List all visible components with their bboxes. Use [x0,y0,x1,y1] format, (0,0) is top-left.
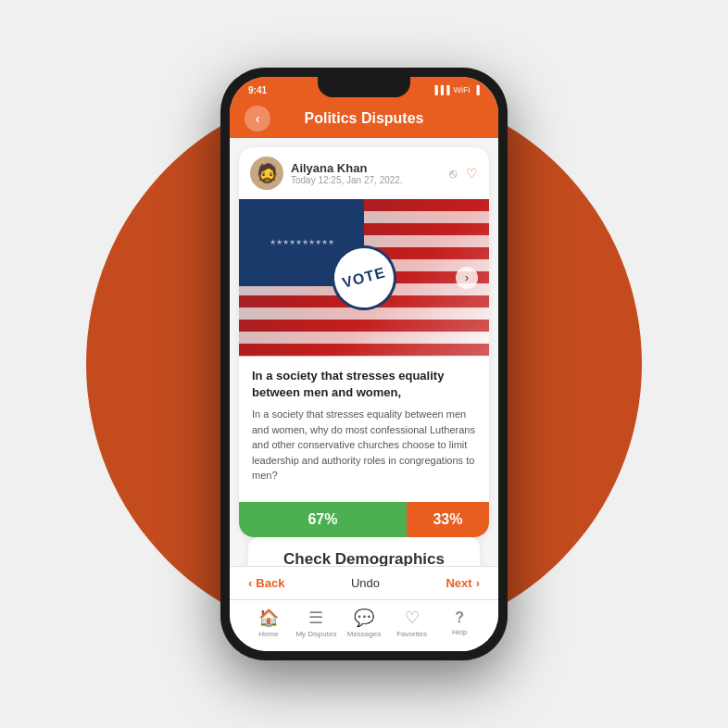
disputes-label: My Disputes [295,630,336,638]
content-area: 🧔 Ailyana Khan Today 12:25, Jan 27, 2022… [230,138,498,566]
app-header: ‹ Politics Disputes [230,103,498,138]
messages-label: Messages [347,630,381,638]
status-icons: ▐▐▐ WiFi ▐ [432,85,480,94]
user-details: Ailyana Khan Today 12:25, Jan 27, 2022. [291,161,403,185]
vote-text: VOTE [341,264,388,292]
phone-device: 9:41 ▐▐▐ WiFi ▐ ‹ Politics Disputes 🧔 [220,68,508,660]
heart-icon[interactable]: ♡ [466,166,478,181]
status-time: 9:41 [248,85,267,95]
user-actions: ⎋ ♡ [449,166,478,181]
post-card: 🧔 Ailyana Khan Today 12:25, Jan 27, 2022… [239,147,489,537]
signal-icon: ▐▐▐ [432,85,449,94]
help-label: Help [452,628,467,636]
home-icon: 🏠 [258,608,279,628]
check-demographics-button[interactable]: Check Demographics [248,537,480,566]
check-demographics-label: Check Demographics [283,550,445,566]
question-area: In a society that stresses equality betw… [239,357,489,495]
user-info-row: 🧔 Ailyana Khan Today 12:25, Jan 27, 2022… [239,147,489,199]
nav-messages[interactable]: 💬 Messages [340,608,388,638]
post-image: ★★★★★★★★★★ VOTE › [239,199,489,357]
disputes-icon: ☰ [308,608,323,628]
avatar: 🧔 [250,157,283,190]
stars-decoration: ★★★★★★★★★★ [270,238,334,246]
phone-screen: 9:41 ▐▐▐ WiFi ▐ ‹ Politics Disputes 🧔 [230,77,498,651]
user-date: Today 12:25, Jan 27, 2022. [291,175,403,185]
user-left: 🧔 Ailyana Khan Today 12:25, Jan 27, 2022… [250,157,403,190]
image-next-button[interactable]: › [456,267,478,289]
vote-no-bar[interactable]: 33% [407,502,489,537]
undo-button[interactable]: Undo [351,576,380,590]
nav-disputes[interactable]: ☰ My Disputes [293,608,341,638]
favorites-label: Favorites [396,630,427,638]
nav-home[interactable]: 🏠 Home [245,608,293,638]
bottom-navigation: 🏠 Home ☰ My Disputes 💬 Messages ♡ Favori… [230,599,498,651]
favorites-icon: ♡ [405,608,420,628]
share-icon[interactable]: ⎋ [449,166,457,181]
help-icon: ? [455,609,464,626]
undo-label: Undo [351,576,380,590]
phone-notch [318,77,410,97]
next-action-button[interactable]: Next › [446,576,480,590]
wifi-icon: WiFi [454,85,471,94]
nav-help[interactable]: ? Help [435,609,483,636]
nav-favorites[interactable]: ♡ Favorites [388,608,436,638]
user-name: Ailyana Khan [291,161,403,175]
next-chevron-icon: › [476,576,480,590]
vote-bars: 67% 33% [239,502,489,537]
question-body: In a society that stresses equality betw… [252,407,476,483]
back-button[interactable]: ‹ [245,106,270,132]
page-title: Politics Disputes [305,110,424,127]
back-action-button[interactable]: ‹ Back [248,576,284,590]
next-action-label: Next [446,576,471,590]
question-title: In a society that stresses equality betw… [252,368,476,401]
action-bar: ‹ Back Undo Next › [230,566,498,599]
back-action-label: Back [256,576,284,590]
messages-icon: 💬 [354,608,374,628]
home-label: Home [258,630,278,638]
avatar-emoji: 🧔 [256,162,279,184]
vote-yes-bar[interactable]: 67% [239,502,407,537]
back-arrow-icon: ‹ [256,111,260,126]
back-chevron-icon: ‹ [248,576,252,590]
battery-icon: ▐ [474,85,480,94]
